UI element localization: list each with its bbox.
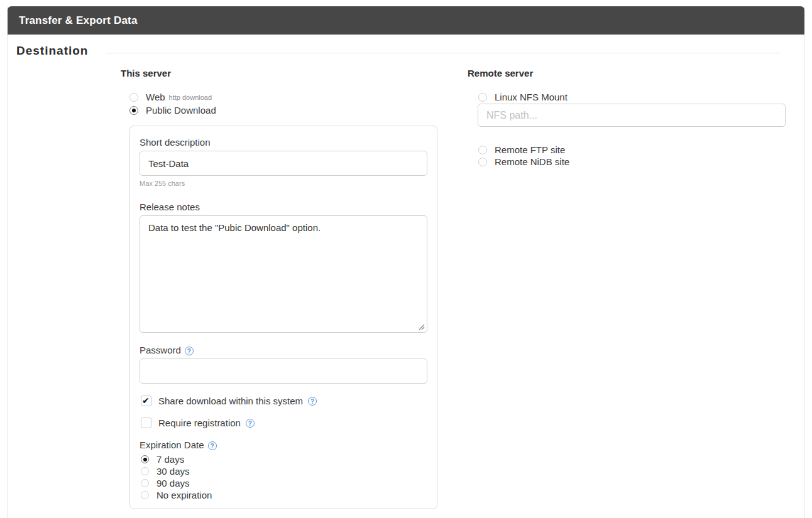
- radio-no-expiration-label[interactable]: No expiration: [156, 490, 212, 500]
- radio-remote-nidb-site-icon[interactable]: [478, 158, 487, 166]
- radio-public-download[interactable]: Public Download: [129, 104, 216, 117]
- radio-expiration-90-days[interactable]: 90 days: [141, 477, 190, 489]
- radio-web-note: http download: [169, 94, 212, 101]
- require-help-icon[interactable]: ?: [246, 419, 255, 428]
- radio-public-download-icon[interactable]: [129, 106, 138, 115]
- radio-linux-nfs-mount-label[interactable]: Linux NFS Mount: [495, 92, 568, 102]
- password-label-text: Password: [140, 345, 181, 355]
- radio-expiration-7-days[interactable]: 7 days: [141, 453, 184, 465]
- checkbox-require-registration[interactable]: Require registration ?: [141, 416, 255, 429]
- page-title: Transfer & Export Data: [8, 14, 138, 27]
- nfs-path-input[interactable]: [478, 104, 786, 127]
- password-help-icon[interactable]: ?: [185, 347, 194, 355]
- radio-7-days-label[interactable]: 7 days: [156, 454, 184, 465]
- expiration-date-label-text: Expiration Date: [140, 440, 204, 450]
- radio-web[interactable]: Web http download: [129, 90, 212, 104]
- short-description-helper: Max 255 chars: [140, 180, 185, 187]
- page-header: Transfer & Export Data: [8, 6, 804, 35]
- radio-linux-nfs-mount[interactable]: Linux NFS Mount: [478, 90, 568, 104]
- radio-7-days-icon[interactable]: [141, 455, 149, 463]
- radio-30-days-icon[interactable]: [141, 467, 149, 475]
- radio-web-icon[interactable]: [129, 93, 138, 102]
- radio-remote-ftp-site[interactable]: Remote FTP site: [478, 143, 565, 156]
- expiration-date-label: Expiration Date?: [140, 440, 217, 450]
- expiration-help-icon[interactable]: ?: [208, 441, 217, 450]
- checkbox-share-download-icon[interactable]: [141, 396, 151, 406]
- radio-no-expiration-icon[interactable]: [141, 491, 149, 499]
- section-title-destination: Destination: [16, 44, 88, 58]
- password-input[interactable]: [140, 359, 427, 384]
- radio-web-label[interactable]: Web: [146, 92, 165, 102]
- short-description-label: Short description: [140, 137, 211, 148]
- radio-expiration-none[interactable]: No expiration: [141, 489, 212, 501]
- this-server-heading: This server: [121, 68, 171, 78]
- checkbox-require-registration-icon[interactable]: [141, 418, 151, 428]
- radio-expiration-30-days[interactable]: 30 days: [141, 465, 190, 477]
- radio-30-days-label[interactable]: 30 days: [156, 466, 190, 477]
- password-label: Password?: [140, 345, 194, 355]
- checkbox-share-download[interactable]: Share download within this system ?: [141, 394, 317, 407]
- resize-handle-icon[interactable]: [417, 323, 425, 330]
- section-divider: [106, 53, 779, 53]
- share-help-icon[interactable]: ?: [308, 397, 317, 406]
- checkbox-require-registration-label[interactable]: Require registration: [158, 418, 241, 428]
- radio-remote-nidb-site[interactable]: Remote NiDB site: [478, 155, 569, 168]
- radio-public-download-label[interactable]: Public Download: [146, 105, 216, 116]
- checkbox-share-download-label[interactable]: Share download within this system: [158, 396, 303, 406]
- radio-remote-nidb-site-label[interactable]: Remote NiDB site: [495, 156, 569, 167]
- radio-90-days-label[interactable]: 90 days: [156, 478, 190, 488]
- radio-linux-nfs-mount-icon[interactable]: [478, 93, 487, 102]
- short-description-input[interactable]: [140, 151, 427, 176]
- remote-server-heading: Remote server: [468, 68, 533, 78]
- release-notes-label: Release notes: [140, 202, 200, 212]
- radio-remote-ftp-site-label[interactable]: Remote FTP site: [495, 144, 565, 155]
- radio-90-days-icon[interactable]: [141, 479, 149, 487]
- radio-remote-ftp-site-icon[interactable]: [478, 146, 487, 154]
- release-notes-textarea[interactable]: Data to test the "Pubic Download" option…: [140, 215, 427, 333]
